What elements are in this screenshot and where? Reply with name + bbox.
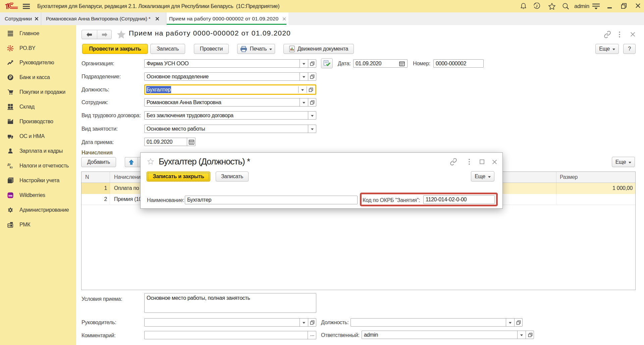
svg-text:Кт: Кт <box>10 166 13 169</box>
svg-text:WB: WB <box>8 194 13 197</box>
